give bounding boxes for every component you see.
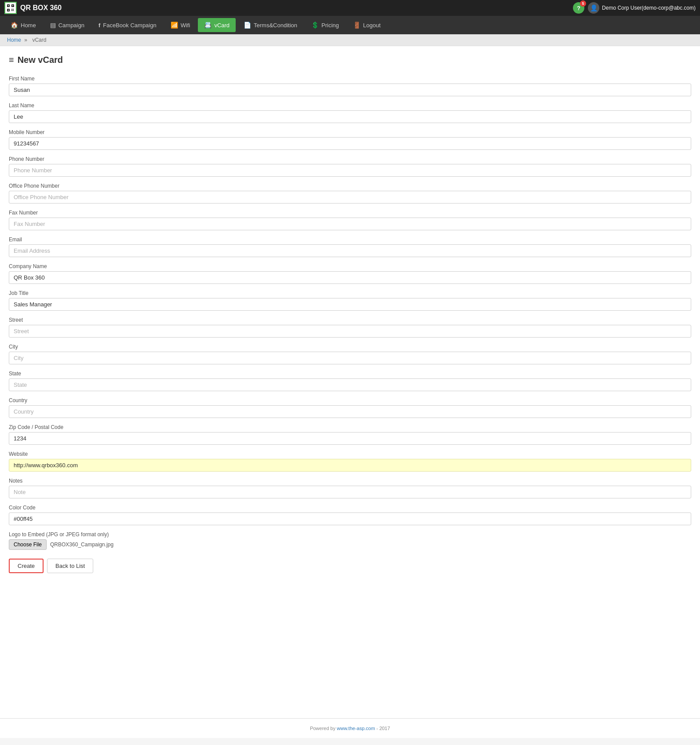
street-group: Street xyxy=(9,317,691,338)
zipcode-group: Zip Code / Postal Code xyxy=(9,424,691,445)
color-code-group: Color Code xyxy=(9,505,691,525)
breadcrumb-current: vCard xyxy=(32,37,46,43)
country-group: Country xyxy=(9,397,691,418)
office-phone-group: Office Phone Number xyxy=(9,183,691,204)
city-label: City xyxy=(9,344,691,350)
email-label: Email xyxy=(9,236,691,243)
phone-label: Phone Number xyxy=(9,156,691,162)
svg-rect-9 xyxy=(13,10,14,11)
pricing-icon: 💲 xyxy=(311,22,319,29)
website-group: Website xyxy=(9,451,691,472)
svg-rect-3 xyxy=(8,5,9,6)
create-button[interactable]: Create xyxy=(9,559,44,573)
color-code-input[interactable] xyxy=(9,512,691,525)
website-label: Website xyxy=(9,451,691,457)
zipcode-label: Zip Code / Postal Code xyxy=(9,424,691,430)
street-input[interactable] xyxy=(9,325,691,338)
help-button[interactable]: ? 5 xyxy=(573,2,584,14)
state-input[interactable] xyxy=(9,378,691,391)
first-name-input[interactable] xyxy=(9,84,691,96)
phone-group: Phone Number xyxy=(9,156,691,177)
first-name-label: First Name xyxy=(9,76,691,82)
file-upload-row: Choose File QRBOX360_Campaign.jpg xyxy=(9,539,691,550)
office-phone-input[interactable] xyxy=(9,191,691,204)
logo-upload-label: Logo to Embed (JPG or JPEG format only) xyxy=(9,531,691,538)
nav-campaign[interactable]: ▤ Campaign xyxy=(44,18,91,32)
app-title: QR BOX 360 xyxy=(20,4,62,12)
terms-icon: 📄 xyxy=(244,22,251,29)
svg-rect-6 xyxy=(11,9,12,10)
phone-input[interactable] xyxy=(9,164,691,177)
job-title-input[interactable] xyxy=(9,298,691,311)
mobile-input[interactable] xyxy=(9,137,691,150)
facebook-icon: f xyxy=(98,22,100,29)
nav-facebook[interactable]: f FaceBook Campaign xyxy=(92,18,163,32)
wifi-icon: 📶 xyxy=(171,22,178,29)
website-input[interactable] xyxy=(9,459,691,472)
logo-area: QR BOX 360 xyxy=(4,2,62,14)
main-content: ≡ New vCard First Name Last Name Mobile … xyxy=(0,46,700,718)
color-code-label: Color Code xyxy=(9,505,691,511)
home-icon: 🏠 xyxy=(11,22,18,29)
notes-label: Notes xyxy=(9,478,691,484)
user-name: Demo Corp User(demo-corp@abc.com) xyxy=(602,5,696,11)
company-label: Company Name xyxy=(9,263,691,269)
svg-rect-8 xyxy=(11,10,12,11)
nav-wifi[interactable]: 📶 Wifi xyxy=(164,18,197,32)
choose-file-button[interactable]: Choose File xyxy=(9,539,47,550)
top-bar-right: ? 5 👤 Demo Corp User(demo-corp@abc.com) xyxy=(573,2,696,14)
vcard-icon: 📇 xyxy=(204,22,211,29)
fax-group: Fax Number xyxy=(9,210,691,230)
email-input[interactable] xyxy=(9,244,691,257)
breadcrumb-separator: » xyxy=(24,37,27,43)
logo-upload-section: Logo to Embed (JPG or JPEG format only) … xyxy=(9,531,691,550)
country-label: Country xyxy=(9,397,691,403)
breadcrumb-home[interactable]: Home xyxy=(7,37,21,43)
email-group: Email xyxy=(9,236,691,257)
nav-terms[interactable]: 📄 Terms&Condition xyxy=(237,18,303,32)
city-group: City xyxy=(9,344,691,364)
footer-text: Powered by www.the-asp.com - 2017 xyxy=(310,726,390,731)
mobile-label: Mobile Number xyxy=(9,129,691,135)
first-name-group: First Name xyxy=(9,76,691,96)
fax-label: Fax Number xyxy=(9,210,691,216)
nav-logout[interactable]: 🚪 Logout xyxy=(347,18,387,32)
company-group: Company Name xyxy=(9,263,691,284)
fax-input[interactable] xyxy=(9,218,691,230)
page-title: ≡ New vCard xyxy=(9,55,691,65)
file-name: QRBOX360_Campaign.jpg xyxy=(50,541,113,548)
last-name-input[interactable] xyxy=(9,110,691,123)
nav-home[interactable]: 🏠 Home xyxy=(4,18,42,32)
city-input[interactable] xyxy=(9,352,691,364)
campaign-icon: ▤ xyxy=(50,22,56,29)
last-name-label: Last Name xyxy=(9,102,691,109)
country-input[interactable] xyxy=(9,405,691,418)
state-group: State xyxy=(9,371,691,391)
company-input[interactable] xyxy=(9,271,691,284)
office-phone-label: Office Phone Number xyxy=(9,183,691,189)
user-avatar: 👤 xyxy=(588,2,599,14)
nav-vcard[interactable]: 📇 vCard xyxy=(198,18,236,32)
job-title-group: Job Title xyxy=(9,290,691,311)
user-info: 👤 Demo Corp User(demo-corp@abc.com) xyxy=(588,2,696,14)
top-bar: QR BOX 360 ? 5 👤 Demo Corp User(demo-cor… xyxy=(0,0,700,16)
zipcode-input[interactable] xyxy=(9,432,691,445)
back-to-list-button[interactable]: Back to List xyxy=(47,559,93,573)
breadcrumb: Home » vCard xyxy=(0,34,700,46)
svg-rect-5 xyxy=(8,10,9,11)
logout-icon: 🚪 xyxy=(353,22,361,29)
svg-rect-7 xyxy=(13,9,14,10)
svg-rect-4 xyxy=(12,5,13,6)
notification-badge: 5 xyxy=(580,0,586,7)
notes-input[interactable] xyxy=(9,486,691,498)
mobile-group: Mobile Number xyxy=(9,129,691,150)
footer-link[interactable]: www.the-asp.com xyxy=(337,726,375,731)
page-title-icon: ≡ xyxy=(9,55,14,65)
nav-pricing[interactable]: 💲 Pricing xyxy=(305,18,345,32)
logo-box xyxy=(4,2,17,14)
footer: Powered by www.the-asp.com - 2017 xyxy=(0,718,700,738)
nav-bar: 🏠 Home ▤ Campaign f FaceBook Campaign 📶 … xyxy=(0,16,700,34)
state-label: State xyxy=(9,371,691,377)
street-label: Street xyxy=(9,317,691,323)
job-title-label: Job Title xyxy=(9,290,691,296)
